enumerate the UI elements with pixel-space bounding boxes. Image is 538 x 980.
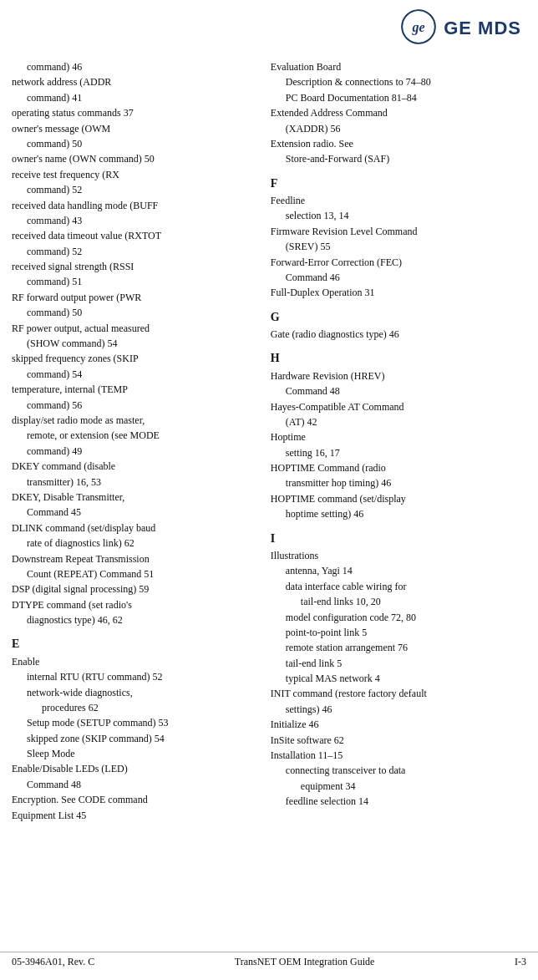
index-entry: command) 50	[12, 137, 257, 151]
index-entry: command) 56	[12, 399, 257, 413]
index-entry: equipment 34	[271, 779, 526, 794]
index-entry: tail-end link 5	[271, 657, 526, 671]
index-entry: selection 13, 14	[271, 209, 526, 223]
index-entry: Evaluation Board	[271, 60, 526, 74]
index-entry: model configuration code 72, 80	[271, 611, 526, 625]
index-entry: RF power output, actual measured	[12, 322, 257, 336]
index-entry: INIT command (restore factory default	[271, 687, 526, 701]
index-entry: DSP (digital signal processing) 59	[12, 582, 257, 597]
footer-title: TransNET OEM Integration Guide	[235, 956, 375, 968]
index-entry: PC Board Documentation 81–84	[271, 91, 526, 105]
index-entry: (AT) 42	[271, 415, 526, 429]
index-entry: Command 48	[12, 778, 257, 792]
index-entry: Setup mode (SETUP command) 53	[12, 716, 257, 730]
index-entry: Feedline	[271, 194, 526, 208]
footer: 05-3946A01, Rev. C TransNET OEM Integrat…	[0, 952, 538, 968]
index-entry: network address (ADDR	[12, 75, 257, 89]
index-entry: diagnostics type) 46, 62	[12, 613, 257, 627]
index-entry: operating status commands 37	[12, 106, 257, 120]
index-entry: feedline selection 14	[271, 795, 526, 809]
index-entry: Full-Duplex Operation 31	[271, 286, 526, 300]
index-entry: (SHOW command) 54	[12, 337, 257, 351]
index-entry: Extension radio. See	[271, 137, 526, 151]
index-entry: Hayes-Compatible AT Command	[271, 400, 526, 414]
index-entry: command) 51	[12, 275, 257, 289]
index-entry: data interface cable wiring for	[271, 580, 526, 594]
index-entry: (SREV) 55	[271, 240, 526, 254]
index-entry: command) 46	[12, 60, 257, 74]
index-entry: tail-end links 10, 20	[271, 595, 526, 609]
index-entry: Hardware Revision (HREV)	[271, 369, 526, 383]
index-entry: command) 43	[12, 214, 257, 228]
index-entry: (XADDR) 56	[271, 122, 526, 136]
svg-text:ge: ge	[412, 20, 425, 35]
index-entry: InSite software 62	[271, 734, 526, 748]
index-entry: received signal strength (RSSI	[12, 260, 257, 274]
section-heading: E	[12, 636, 257, 652]
index-entry: DTYPE command (set radio's	[12, 598, 257, 612]
index-entry: Count (REPEAT) Command 51	[12, 567, 257, 581]
index-entry: Description & connections to 74–80	[271, 75, 526, 89]
main-content: command) 46network address (ADDRcommand)…	[0, 53, 538, 824]
index-entry: command) 52	[12, 183, 257, 197]
section-heading: H	[271, 350, 526, 367]
index-entry: Command 45	[12, 505, 257, 520]
index-entry: point-to-point link 5	[271, 626, 526, 640]
index-entry: Forward-Error Correction (FEC)	[271, 256, 526, 270]
index-entry: Installation 11–15	[271, 749, 526, 763]
index-entry: skipped frequency zones (SKIP	[12, 352, 257, 366]
index-entry: Gate (radio diagnostics type) 46	[271, 328, 526, 342]
index-entry: DKEY, Disable Transmitter,	[12, 490, 257, 505]
index-entry: remote, or extension (see MODE	[12, 429, 257, 443]
index-entry: rate of diagnostics link) 62	[12, 536, 257, 551]
index-entry: HOPTIME Command (radio	[271, 461, 526, 475]
index-entry: command) 52	[12, 245, 257, 259]
index-entry: Store-and-Forward (SAF)	[271, 152, 526, 166]
index-entry: settings) 46	[271, 703, 526, 717]
index-entry: Command 46	[271, 271, 526, 285]
index-entry: Initialize 46	[271, 718, 526, 732]
index-entry: transmitter) 16, 53	[12, 475, 257, 490]
index-entry: Command 48	[271, 384, 526, 399]
index-entry: owner's message (OWM	[12, 122, 257, 136]
index-entry: received data timeout value (RXTOT	[12, 229, 257, 243]
index-entry: procedures 62	[12, 701, 257, 715]
index-entry: command) 41	[12, 91, 257, 105]
index-entry: remote station arrangement 76	[271, 641, 526, 655]
section-heading: G	[271, 309, 526, 326]
index-entry: Sleep Mode	[12, 747, 257, 761]
index-entry: hoptime setting) 46	[271, 507, 526, 521]
index-entry: Downstream Repeat Transmission	[12, 552, 257, 566]
index-entry: HOPTIME command (set/display	[271, 492, 526, 506]
index-entry: network-wide diagnostics,	[12, 686, 257, 700]
footer-page: I-3	[515, 956, 526, 968]
index-entry: Enable	[12, 655, 257, 669]
index-entry: skipped zone (SKIP command) 54	[12, 732, 257, 746]
index-entry: setting 16, 17	[271, 446, 526, 460]
page: ge GE MDS command) 46network address (AD…	[0, 0, 538, 980]
index-entry: Hoptime	[271, 430, 526, 444]
index-entry: internal RTU (RTU command) 52	[12, 670, 257, 684]
section-heading: I	[271, 531, 526, 547]
index-entry: Extended Address Command	[271, 106, 526, 120]
index-entry: Enable/Disable LEDs (LED)	[12, 762, 257, 776]
index-entry: receive test frequency (RX	[12, 168, 257, 182]
index-entry: owner's name (OWN command) 50	[12, 152, 257, 166]
index-entry: Illustrations	[271, 549, 526, 563]
left-column: command) 46network address (ADDRcommand)…	[12, 60, 264, 824]
section-heading: F	[271, 175, 526, 192]
index-entry: Encryption. See CODE command	[12, 793, 257, 807]
index-entry: temperature, internal (TEMP	[12, 383, 257, 397]
brand-name: GE MDS	[444, 18, 521, 39]
right-column: Evaluation BoardDescription & connection…	[264, 60, 526, 824]
index-entry: DKEY command (disable	[12, 460, 257, 474]
header: ge GE MDS	[0, 0, 538, 53]
index-entry: typical MAS network 4	[271, 672, 526, 686]
index-entry: command) 50	[12, 306, 257, 320]
index-entry: DLINK command (set/display baud	[12, 521, 257, 536]
index-entry: RF forward output power (PWR	[12, 291, 257, 305]
index-entry: connecting transceiver to data	[271, 764, 526, 778]
logo-area: ge GE MDS	[400, 8, 521, 48]
ge-logo-icon: ge	[400, 8, 437, 48]
index-entry: command) 49	[12, 444, 257, 459]
